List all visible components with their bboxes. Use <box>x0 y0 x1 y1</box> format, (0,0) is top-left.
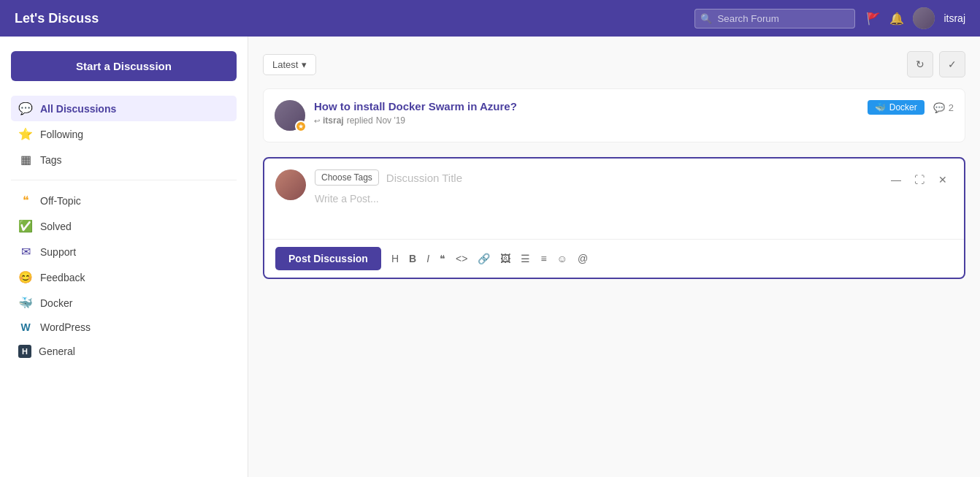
docker-tag-label: Docker <box>889 102 917 112</box>
format-code[interactable]: <> <box>453 251 470 267</box>
sidebar-item-all-discussions[interactable]: 💬 All Discussions <box>11 96 237 121</box>
nav-divider <box>11 180 237 180</box>
reply-icon: ↩ <box>314 117 320 125</box>
header-actions: 🚩 🔔 itsraj <box>866 7 965 29</box>
docker-tag-icon: 🐳 <box>875 102 886 112</box>
sidebar-item-label: Tags <box>40 154 62 166</box>
sidebar-item-support[interactable]: ✉ Support <box>11 239 237 264</box>
tags-icon: ▦ <box>18 153 33 167</box>
avatar: ★ <box>275 100 305 131</box>
wordpress-icon: W <box>18 321 33 333</box>
close-icon: ✕ <box>938 174 947 186</box>
sidebar-item-solved[interactable]: ✅ Solved <box>11 213 237 239</box>
layout: Start a Discussion 💬 All Discussions ⭐ F… <box>0 37 980 477</box>
sort-chevron-icon: ▾ <box>302 59 307 70</box>
format-italic[interactable]: I <box>424 251 432 267</box>
categories-nav: ❝ Off-Topic ✅ Solved ✉ Support 😊 Feedbac… <box>11 188 237 364</box>
off-topic-icon: ❝ <box>18 194 33 207</box>
sidebar-item-tags[interactable]: ▦ Tags <box>11 147 237 172</box>
header: Let's Discuss 🔍 🚩 🔔 itsraj <box>0 0 980 37</box>
refresh-icon: ↻ <box>916 58 925 70</box>
discussion-meta: ↩ itsraj replied Nov '19 <box>314 115 859 126</box>
check-all-button[interactable]: ✓ <box>939 51 965 77</box>
expand-icon: ⛶ <box>914 174 925 186</box>
comment-count: 💬 2 <box>933 102 954 113</box>
sidebar-item-label: WordPress <box>40 321 91 333</box>
format-heading[interactable]: H <box>388 251 402 267</box>
post-discussion-button[interactable]: Post Discussion <box>275 247 381 270</box>
format-image[interactable]: 🖼 <box>497 251 513 267</box>
sidebar-item-label: General <box>39 346 75 357</box>
refresh-button[interactable]: ↻ <box>907 51 933 77</box>
main-nav: 💬 All Discussions ⭐ Following ▦ Tags <box>11 96 237 172</box>
all-discussions-icon: 💬 <box>18 102 33 115</box>
format-emoji[interactable]: ☺ <box>554 251 570 267</box>
new-discussion-form: Choose Tags — ⛶ ✕ <box>263 157 965 279</box>
sidebar-item-general[interactable]: H General <box>11 339 237 364</box>
star-badge: ★ <box>295 121 307 132</box>
minimize-button[interactable]: — <box>886 169 906 190</box>
search-wrapper: 🔍 <box>694 9 855 28</box>
form-top-row: Choose Tags — ⛶ ✕ <box>264 159 964 239</box>
sidebar-item-label: All Discussions <box>40 103 116 115</box>
discussion-title[interactable]: How to install Docker Swarm in Azure? <box>314 100 859 112</box>
sort-label: Latest <box>272 59 298 70</box>
sidebar-item-docker[interactable]: 🐳 Docker <box>11 290 237 316</box>
following-icon: ⭐ <box>18 127 33 141</box>
expand-button[interactable]: ⛶ <box>909 169 930 190</box>
discussion-title-input[interactable] <box>386 172 877 184</box>
sidebar-item-wordpress[interactable]: W WordPress <box>11 316 237 339</box>
close-button[interactable]: ✕ <box>933 169 953 190</box>
sidebar-item-following[interactable]: ⭐ Following <box>11 121 237 147</box>
format-unordered-list[interactable]: ☰ <box>518 251 533 267</box>
form-avatar <box>275 169 306 200</box>
comment-number: 2 <box>949 102 954 113</box>
table-row: ★ How to install Docker Swarm in Azure? … <box>263 88 965 142</box>
reply-text: replied <box>347 115 373 126</box>
start-discussion-button[interactable]: Start a Discussion <box>11 51 237 81</box>
sidebar-item-label: Following <box>40 129 83 140</box>
sidebar-item-label: Feedback <box>40 272 85 283</box>
search-input[interactable] <box>694 9 855 28</box>
discussion-body: How to install Docker Swarm in Azure? ↩ … <box>314 100 859 126</box>
choose-tags-button[interactable]: Choose Tags <box>315 169 379 186</box>
write-post-textarea[interactable] <box>315 193 877 237</box>
form-inner: Choose Tags <box>315 169 877 239</box>
main-content: Latest ▾ ↻ ✓ ★ How to install Docker Swa… <box>248 37 980 477</box>
format-link[interactable]: 🔗 <box>475 251 493 267</box>
sidebar-item-off-topic[interactable]: ❝ Off-Topic <box>11 188 237 213</box>
comment-icon: 💬 <box>933 102 945 113</box>
feedback-icon: 😊 <box>18 270 33 284</box>
format-bold[interactable]: B <box>406 251 419 267</box>
notifications-icon[interactable]: 🔔 <box>889 12 904 26</box>
username[interactable]: itsraj <box>943 12 965 24</box>
sidebar-item-label: Solved <box>40 221 72 232</box>
sort-dropdown[interactable]: Latest ▾ <box>263 54 316 75</box>
docker-tag: 🐳 Docker <box>868 100 925 115</box>
solved-icon: ✅ <box>18 219 33 233</box>
general-icon: H <box>18 345 31 358</box>
formatting-toolbar: H B I ❝ <> 🔗 🖼 ☰ ≡ ☺ @ <box>388 251 591 267</box>
format-ordered-list[interactable]: ≡ <box>537 251 549 267</box>
sidebar: Start a Discussion 💬 All Discussions ⭐ F… <box>0 37 248 477</box>
format-quote[interactable]: ❝ <box>437 251 448 267</box>
form-footer: Post Discussion H B I ❝ <> 🔗 🖼 ☰ ≡ ☺ @ <box>264 239 964 278</box>
support-icon: ✉ <box>18 245 33 259</box>
app-title: Let's Discuss <box>15 11 694 26</box>
check-icon: ✓ <box>948 58 957 70</box>
form-top-actions: — ⛶ ✕ <box>886 169 953 190</box>
toolbar-actions: ↻ ✓ <box>907 51 965 77</box>
discussion-author: itsraj <box>323 115 344 126</box>
sidebar-item-label: Off-Topic <box>40 195 81 207</box>
content-toolbar: Latest ▾ ↻ ✓ <box>263 51 965 77</box>
format-mention[interactable]: @ <box>575 251 591 267</box>
sidebar-item-label: Support <box>40 246 76 258</box>
discussion-date: Nov '19 <box>376 115 405 126</box>
flag-icon[interactable]: 🚩 <box>866 12 881 26</box>
form-title-row: Choose Tags <box>315 169 877 186</box>
minimize-icon: — <box>891 174 901 186</box>
discussion-right: 🐳 Docker 💬 2 <box>868 100 954 115</box>
sidebar-item-feedback[interactable]: 😊 Feedback <box>11 264 237 290</box>
docker-icon: 🐳 <box>18 296 33 310</box>
avatar[interactable] <box>913 7 935 29</box>
